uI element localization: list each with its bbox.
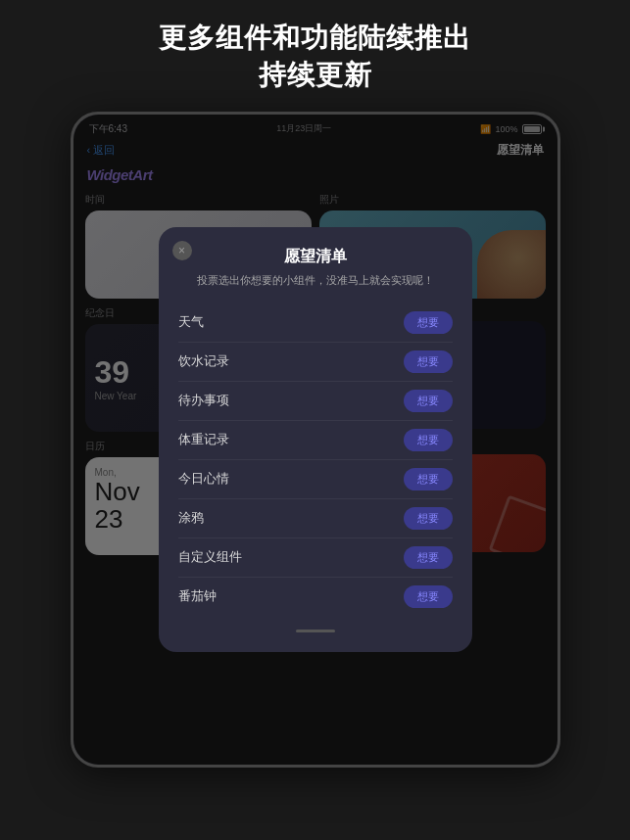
modal-item-custom: 自定义组件想要: [178, 538, 453, 578]
ipad-frame: 下午6:43 11月23日周一 📶 100% ‹ 返回 愿望清单 WidgetA…: [71, 112, 560, 768]
modal-item-btn-doodle[interactable]: 想要: [404, 507, 453, 530]
modal-item-btn-weight[interactable]: 想要: [404, 429, 453, 451]
modal-item-btn-water[interactable]: 想要: [404, 350, 453, 373]
modal-item-doodle: 涂鸦想要: [178, 499, 453, 538]
modal-subtitle: 投票选出你想要的小组件，没准马上就会实现呢！: [178, 273, 453, 288]
modal-title: 愿望清单: [178, 247, 453, 267]
modal-item-mood: 今日心情想要: [178, 460, 453, 499]
modal-item-weather: 天气想要: [178, 303, 453, 343]
modal-item-label-weight: 体重记录: [178, 431, 229, 448]
modal-item-btn-mood[interactable]: 想要: [404, 468, 453, 490]
modal-scroll-hint: [296, 630, 335, 632]
modal-item-label-doodle: 涂鸦: [178, 509, 204, 527]
modal-item-label-mood: 今日心情: [178, 470, 229, 488]
modal-item-btn-todo[interactable]: 想要: [404, 390, 453, 412]
modal-item-pomodoro: 番茄钟想要: [178, 578, 453, 616]
ipad-screen: 下午6:43 11月23日周一 📶 100% ‹ 返回 愿望清单 WidgetA…: [73, 115, 557, 765]
page-header: 更多组件和功能陆续推出 持续更新: [0, 0, 630, 112]
modal-item-btn-custom[interactable]: 想要: [404, 546, 453, 569]
header-text: 更多组件和功能陆续推出 持续更新: [39, 20, 591, 94]
modal-item-btn-pomodoro[interactable]: 想要: [404, 585, 453, 608]
modal-item-btn-weather[interactable]: 想要: [404, 311, 453, 334]
modal-item-label-water: 饮水记录: [178, 352, 229, 370]
modal-overlay: × 愿望清单 投票选出你想要的小组件，没准马上就会实现呢！ 天气想要饮水记录想要…: [73, 115, 557, 765]
modal-item-weight: 体重记录想要: [178, 421, 453, 460]
modal-box: × 愿望清单 投票选出你想要的小组件，没准马上就会实现呢！ 天气想要饮水记录想要…: [159, 227, 472, 652]
modal-items-list: 天气想要饮水记录想要待办事项想要体重记录想要今日心情想要涂鸦想要自定义组件想要番…: [178, 303, 453, 616]
modal-item-todo: 待办事项想要: [178, 382, 453, 421]
modal-item-label-todo: 待办事项: [178, 392, 229, 409]
modal-item-label-pomodoro: 番茄钟: [178, 587, 217, 605]
modal-close-button[interactable]: ×: [172, 241, 192, 260]
modal-item-label-custom: 自定义组件: [178, 548, 242, 566]
modal-item-water: 饮水记录想要: [178, 343, 453, 382]
modal-item-label-weather: 天气: [178, 313, 204, 331]
